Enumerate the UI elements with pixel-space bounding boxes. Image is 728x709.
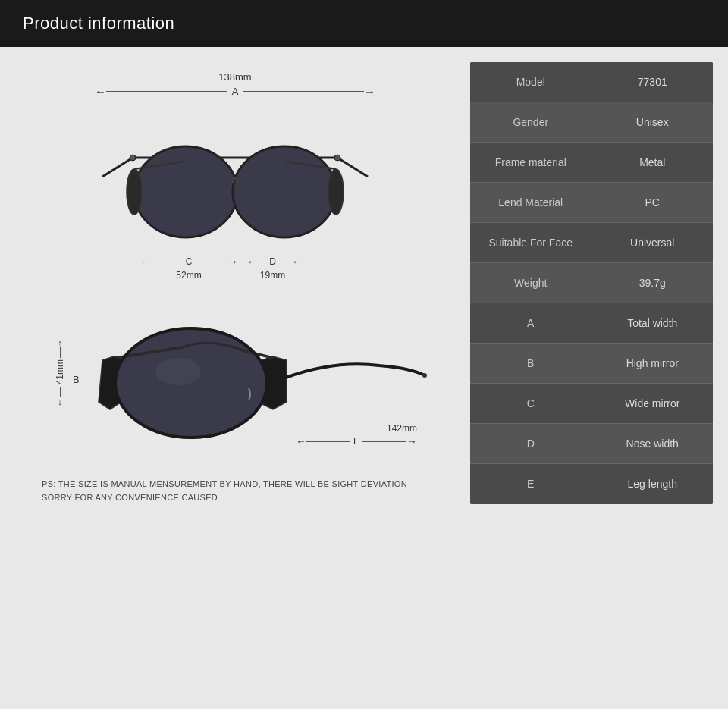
spec-value: High mirror (592, 344, 714, 383)
main-content: 138mm ← A → (0, 47, 728, 709)
spec-label: D (470, 424, 592, 463)
measurement-a-letter: A (228, 86, 243, 97)
spec-value: PC (592, 183, 714, 222)
svg-point-15 (422, 373, 427, 378)
c-value: 52mm (176, 270, 201, 281)
svg-line-2 (337, 158, 368, 177)
spec-label: Weight (470, 263, 592, 303)
spec-value: Metal (592, 143, 714, 182)
bottom-diagram: ↑ 41mm ↓ B (30, 303, 440, 455)
svg-line-1 (102, 158, 133, 177)
spec-value: 39.7g (592, 263, 714, 303)
glasses-top-svg (87, 101, 383, 253)
top-diagram: 138mm ← A → (30, 70, 440, 281)
left-panel: 138mm ← A → (15, 62, 455, 694)
d-value: 19mm (260, 270, 285, 281)
spec-label: E (470, 464, 592, 504)
ps-text: PS: THE SIZE IS MANUAL MENSUREMENT BY HA… (42, 478, 428, 504)
measurement-a-value: 138mm (218, 71, 251, 83)
spec-label: A (470, 303, 592, 343)
svg-point-4 (233, 146, 336, 237)
e-value: 142mm (387, 423, 417, 434)
c-letter: C (183, 256, 196, 267)
svg-point-3 (134, 146, 237, 237)
table-row: Frame materialMetal (470, 143, 713, 183)
d-letter: D (268, 256, 278, 267)
svg-point-8 (334, 155, 340, 161)
svg-point-9 (127, 169, 142, 215)
spec-label: Model (470, 62, 592, 102)
table-row: Weight39.7g (470, 263, 713, 303)
table-row: ATotal width (470, 303, 713, 344)
table-row: GenderUnisex (470, 102, 713, 143)
table-row: ELeg length (470, 464, 713, 504)
specs-table: Model77301GenderUnisexFrame materialMeta… (470, 62, 713, 504)
svg-point-12 (155, 358, 201, 385)
spec-value: Universal (592, 223, 714, 262)
b-letter: B (73, 374, 80, 385)
header-title: Product information (23, 14, 174, 33)
spec-label: C (470, 384, 592, 423)
spec-label: Lend Material (470, 183, 592, 222)
spec-label: Frame material (470, 143, 592, 182)
table-row: Lend MaterialPC (470, 183, 713, 223)
spec-value: 77301 (592, 62, 714, 102)
page-header: Product information (0, 0, 728, 47)
svg-point-7 (130, 155, 136, 161)
table-row: DNose width (470, 424, 713, 464)
table-row: CWide mirror (470, 384, 713, 424)
spec-value: Unisex (592, 102, 714, 142)
side-height: 41mm (53, 358, 67, 386)
spec-value: Total width (592, 303, 714, 343)
spec-label: B (470, 344, 592, 383)
table-row: BHigh mirror (470, 344, 713, 384)
table-row: Suitable For FaceUniversal (470, 223, 713, 263)
svg-point-10 (328, 169, 344, 215)
table-row: Model77301 (470, 62, 713, 102)
spec-value: Wide mirror (592, 384, 714, 423)
spec-value: Leg length (592, 464, 714, 504)
e-letter: E (350, 436, 362, 447)
spec-label: Gender (470, 102, 592, 142)
spec-value: Nose width (592, 424, 714, 463)
spec-label: Suitable For Face (470, 223, 592, 262)
